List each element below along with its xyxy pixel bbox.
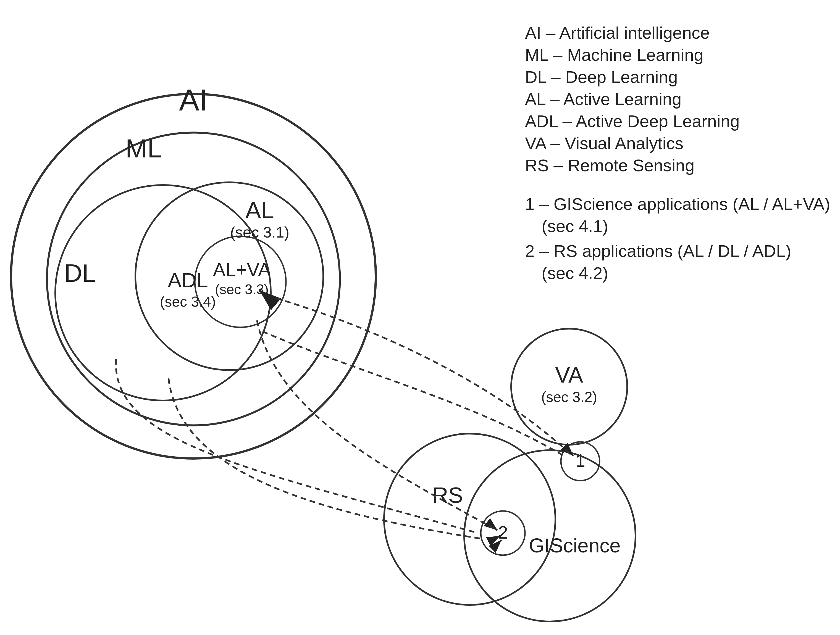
alva-label: AL+VA bbox=[213, 259, 271, 280]
alva-sec-label: (sec 3.3) bbox=[215, 282, 269, 297]
legend-item-5: ADL – Active Deep Learning bbox=[525, 112, 740, 131]
legend-note-1: 1 – GIScience applications (AL / AL+VA) bbox=[525, 194, 831, 214]
giscience-label: GIScience bbox=[529, 534, 621, 556]
ml-label: ML bbox=[125, 134, 162, 163]
al-sec-label: (sec 3.1) bbox=[230, 224, 289, 241]
legend-note-1b: (sec 4.1) bbox=[542, 217, 608, 236]
adl-sec-label: (sec 3.4) bbox=[160, 294, 216, 310]
al-label: AL bbox=[245, 197, 274, 223]
legend-item-4: AL – Active Learning bbox=[525, 90, 681, 109]
legend-item-1: AI – Artificial intelligence bbox=[525, 23, 710, 42]
dl-label: DL bbox=[64, 259, 96, 287]
num2-label: 2 bbox=[498, 522, 508, 542]
va-sec-label: (sec 3.2) bbox=[541, 389, 597, 405]
legend-item-2: ML – Machine Learning bbox=[525, 45, 704, 65]
va-label: VA bbox=[556, 362, 583, 387]
adl-label: ADL bbox=[168, 268, 208, 292]
legend-item-7: RS – Remote Sensing bbox=[525, 156, 695, 175]
legend-note-2b: (sec 4.2) bbox=[542, 263, 608, 282]
ai-label: AI bbox=[179, 83, 208, 117]
legend-item-3: DL – Deep Learning bbox=[525, 68, 678, 87]
svg-rect-0 bbox=[0, 0, 840, 635]
legend-item-6: VA – Visual Analytics bbox=[525, 134, 683, 153]
num1-label: 1 bbox=[575, 451, 585, 471]
legend-note-2: 2 – RS applications (AL / DL / ADL) bbox=[525, 241, 791, 260]
